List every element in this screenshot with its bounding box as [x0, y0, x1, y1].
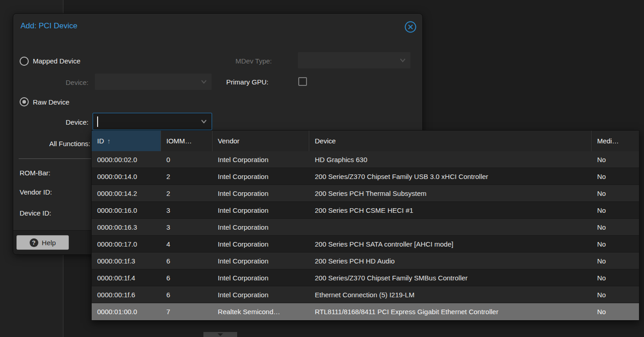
table-row[interactable]: 0000:00:02.00Intel CorporationHD Graphic… — [92, 151, 639, 168]
table-cell: Intel Corporation — [213, 185, 310, 202]
primary-gpu-checkbox[interactable] — [298, 77, 307, 86]
table-cell: 200 Series PCH HD Audio — [309, 253, 592, 269]
primary-gpu-label: Primary GPU: — [226, 78, 269, 87]
column-header-label: Device — [315, 137, 336, 145]
table-cell: No — [592, 286, 639, 303]
table-cell: 200 Series/Z370 Chipset Family USB 3.0 x… — [309, 168, 592, 185]
table-cell: Intel Corporation — [213, 286, 310, 303]
table-cell: No — [592, 151, 639, 168]
table-cell: 0 — [161, 151, 213, 168]
table-cell: 200 Series PCH Thermal Subsystem — [309, 185, 592, 202]
table-cell — [309, 219, 592, 236]
grid-header: ID↑IOMM…VendorDeviceMedi… — [92, 131, 639, 151]
chevron-down-icon — [400, 58, 406, 63]
column-header-medi[interactable]: Medi… — [592, 131, 639, 151]
table-cell: 0000:00:14.2 — [92, 185, 161, 202]
column-header-label: ID — [97, 137, 104, 145]
table-cell: RTL8111/8168/8411 PCI Express Gigabit Et… — [309, 303, 592, 320]
table-cell: 0000:00:1f.4 — [92, 269, 161, 286]
column-header-device[interactable]: Device — [309, 131, 592, 151]
help-button[interactable]: ? Help — [16, 235, 69, 250]
table-cell: 0000:00:1f.6 — [92, 286, 161, 303]
text-caret — [97, 116, 98, 127]
raw-device-radio[interactable] — [20, 97, 29, 106]
table-cell: 0000:00:16.0 — [92, 202, 161, 219]
table-cell: No — [592, 219, 639, 236]
raw-device-combobox[interactable] — [93, 113, 212, 130]
mapped-device-combo-label: Device: — [27, 78, 88, 87]
sort-ascending-icon: ↑ — [107, 137, 111, 145]
table-cell: 0000:00:1f.3 — [92, 253, 161, 269]
table-cell: Intel Corporation — [213, 202, 310, 219]
column-header-iomm[interactable]: IOMM… — [161, 131, 213, 151]
column-header-label: Medi… — [597, 137, 619, 145]
table-row[interactable]: 0000:00:16.33Intel CorporationNo — [92, 219, 639, 236]
chevron-down-icon — [201, 79, 207, 84]
table-cell: No — [592, 185, 639, 202]
table-cell: 0000:00:02.0 — [92, 151, 161, 168]
table-cell: 200 Series PCH CSME HECI #1 — [309, 202, 592, 219]
help-button-label: Help — [42, 239, 56, 247]
dialog-title: Add: PCI Device — [21, 21, 78, 31]
device-id-label: Device ID: — [20, 209, 51, 218]
vendor-id-label: Vendor ID: — [20, 188, 52, 197]
table-cell: Intel Corporation — [213, 168, 310, 185]
table-cell: Intel Corporation — [213, 236, 310, 253]
table-cell: 2 — [161, 168, 213, 185]
mapped-device-combobox — [95, 74, 212, 90]
pci-device-dropdown: ID↑IOMM…VendorDeviceMedi… 0000:00:02.00I… — [91, 130, 639, 321]
table-row[interactable]: 0000:01:00.07Realtek Semicond…RTL8111/81… — [92, 303, 639, 320]
close-button[interactable] — [404, 21, 417, 33]
table-row[interactable]: 0000:00:1f.66Intel CorporationEthernet C… — [92, 286, 639, 303]
table-cell: 3 — [161, 202, 213, 219]
table-cell: No — [592, 236, 639, 253]
column-header-id[interactable]: ID↑ — [92, 131, 161, 151]
table-cell: Intel Corporation — [213, 151, 310, 168]
table-cell: Intel Corporation — [213, 219, 310, 236]
table-cell: 0000:01:00.0 — [92, 303, 161, 320]
grid-body: 0000:00:02.00Intel CorporationHD Graphic… — [92, 151, 639, 320]
close-icon — [404, 21, 417, 33]
table-cell: 0000:00:16.3 — [92, 219, 161, 236]
mdev-type-label: MDev Type: — [197, 57, 272, 66]
table-cell: 6 — [161, 269, 213, 286]
rom-bar-label: ROM-Bar: — [20, 168, 51, 178]
all-functions-label: All Functions: — [27, 139, 90, 148]
table-cell: 200 Series PCH SATA controller [AHCI mod… — [309, 236, 592, 253]
scroll-down-indicator[interactable] — [203, 332, 237, 337]
table-cell: 7 — [161, 303, 213, 320]
table-row[interactable]: 0000:00:14.22Intel Corporation200 Series… — [92, 185, 639, 202]
table-cell: 4 — [161, 236, 213, 253]
raw-device-radio-label: Raw Device — [33, 98, 69, 107]
table-cell: 200 Series/Z370 Chipset Family SMBus Con… — [309, 269, 592, 286]
table-cell: 6 — [161, 253, 213, 269]
mapped-device-radio-label: Mapped Device — [33, 57, 80, 66]
table-cell: Realtek Semicond… — [213, 303, 310, 320]
table-cell: Ethernet Connection (5) I219-LM — [309, 286, 592, 303]
table-cell: 2 — [161, 185, 213, 202]
column-header-vendor[interactable]: Vendor — [213, 131, 310, 151]
table-row[interactable]: 0000:00:1f.46Intel Corporation200 Series… — [92, 269, 639, 286]
table-cell: No — [592, 202, 639, 219]
table-cell: 3 — [161, 219, 213, 236]
mapped-device-radio[interactable] — [20, 57, 29, 66]
table-cell: Intel Corporation — [213, 253, 310, 269]
table-cell: 6 — [161, 286, 213, 303]
raw-device-combo-label: Device: — [27, 118, 88, 127]
table-cell: No — [592, 168, 639, 185]
table-cell: HD Graphics 630 — [309, 151, 592, 168]
table-cell: Intel Corporation — [213, 269, 310, 286]
table-row[interactable]: 0000:00:16.03Intel Corporation200 Series… — [92, 202, 639, 219]
table-row[interactable]: 0000:00:14.02Intel Corporation200 Series… — [92, 168, 639, 185]
chevron-down-icon — [218, 333, 223, 336]
chevron-down-icon[interactable] — [201, 119, 207, 124]
table-cell: No — [592, 253, 639, 269]
table-cell: No — [592, 269, 639, 286]
table-cell: 0000:00:14.0 — [92, 168, 161, 185]
mdev-type-combobox — [298, 52, 410, 68]
column-header-label: Vendor — [218, 137, 240, 145]
table-row[interactable]: 0000:00:1f.36Intel Corporation200 Series… — [92, 253, 639, 269]
help-icon: ? — [30, 238, 38, 247]
table-row[interactable]: 0000:00:17.04Intel Corporation200 Series… — [92, 236, 639, 253]
table-cell: No — [592, 303, 639, 320]
